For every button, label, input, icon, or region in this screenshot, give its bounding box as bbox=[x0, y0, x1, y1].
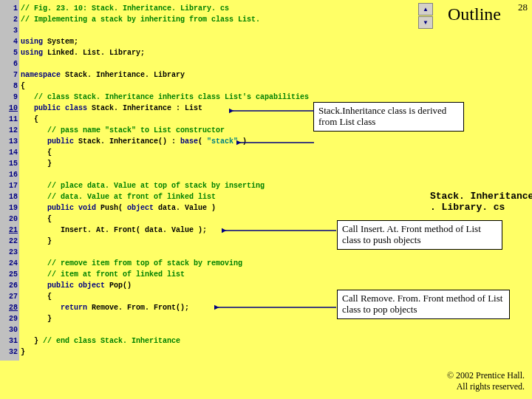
page-number: 28 bbox=[518, 1, 528, 13]
code-listing: // Fig. 23. 10: Stack. Inheritance. Libr… bbox=[21, 3, 309, 358]
scroll-down-button[interactable] bbox=[418, 16, 433, 29]
outline-heading: Outline bbox=[448, 4, 501, 24]
copyright: © 2002 Prentice Hall. All rights reserve… bbox=[447, 370, 525, 392]
file-label: Stack. Inheritance . Library. cs bbox=[430, 191, 532, 213]
callout-inheritance: Stack.Inheritance class is derived from … bbox=[313, 102, 464, 132]
callout-push: Call Insert. At. Front method of List cl… bbox=[337, 220, 502, 250]
line-number-gutter: 1234567891011121314151617181920212223242… bbox=[0, 0, 19, 361]
scroll-up-button[interactable] bbox=[418, 3, 433, 16]
callout-pop: Call Remove. From. Front method of List … bbox=[337, 290, 510, 319]
